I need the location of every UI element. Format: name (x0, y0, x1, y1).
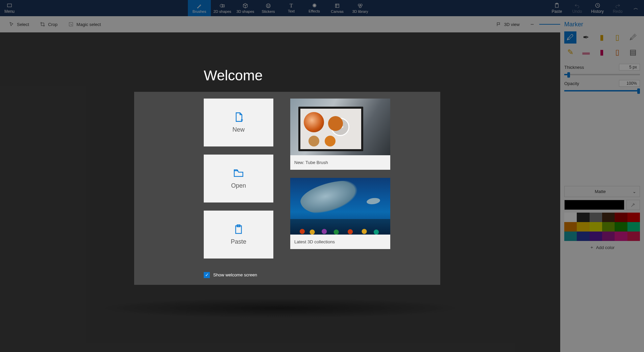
play-icon (331, 118, 349, 136)
welcome-feature-tube-brush[interactable]: New: Tube Brush (290, 99, 390, 170)
welcome-title: Welcome (204, 67, 440, 84)
welcome-open-button[interactable]: Open (204, 155, 273, 202)
welcome-new-button[interactable]: New (204, 99, 273, 146)
show-welcome-label: Show welcome screen (213, 272, 257, 277)
folder-icon (233, 167, 244, 179)
feature-thumbnail (290, 178, 390, 235)
welcome-dialog: Welcome New Open Paste ✓ Show welcome sc… (204, 67, 440, 285)
feature-video-thumbnail (290, 99, 390, 155)
new-file-icon (233, 111, 244, 123)
show-welcome-checkbox[interactable]: ✓ (204, 272, 210, 278)
welcome-paste-button[interactable]: Paste (204, 211, 273, 259)
welcome-feature-3d-collections[interactable]: Latest 3D collections (290, 178, 390, 249)
clipboard-icon (233, 223, 244, 235)
